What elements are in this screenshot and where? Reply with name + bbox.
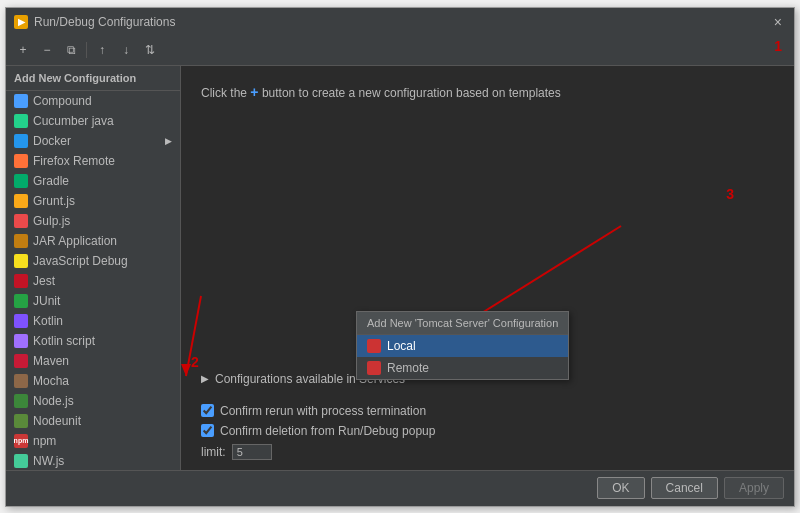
- kotlin-script-icon: [14, 334, 28, 348]
- limit-input[interactable]: [232, 444, 272, 460]
- kotlin-icon: [14, 314, 28, 328]
- list-item-label: JUnit: [33, 294, 172, 308]
- list-item-label: npm: [33, 434, 172, 448]
- list-item-nwjs[interactable]: NW.js: [6, 451, 180, 470]
- list-item-gradle[interactable]: Gradle: [6, 171, 180, 191]
- list-item-label: Jest: [33, 274, 172, 288]
- popup-header: Add New 'Tomcat Server' Configuration: [357, 312, 568, 335]
- list-item-label: Docker: [33, 134, 160, 148]
- toolbar: + − ⧉ ↑ ↓ ⇅ 1: [6, 36, 794, 66]
- jar-icon: [14, 234, 28, 248]
- instruction-text-after: button to create a new configuration bas…: [262, 86, 561, 100]
- list-item-label: Nodeunit: [33, 414, 172, 428]
- annotation-1-label: 1: [774, 38, 782, 54]
- npm-icon: npm: [14, 434, 28, 448]
- list-item-label: Grunt.js: [33, 194, 172, 208]
- js-debug-icon: [14, 254, 28, 268]
- copy-config-button[interactable]: ⧉: [60, 39, 82, 61]
- list-item-label: Compound: [33, 94, 172, 108]
- checkbox1-label: Confirm rerun with process termination: [220, 404, 426, 418]
- rerun-checkbox[interactable]: [201, 404, 214, 417]
- deletion-checkbox[interactable]: [201, 424, 214, 437]
- popup-item-icon: [367, 361, 381, 375]
- panel-header: Add New Configuration: [6, 66, 180, 91]
- list-item-label: JAR Application: [33, 234, 172, 248]
- list-item-docker[interactable]: Docker▶: [6, 131, 180, 151]
- list-item-label: Gulp.js: [33, 214, 172, 228]
- popup-item-label: Local: [387, 339, 416, 353]
- list-item-nodeunit[interactable]: Nodeunit: [6, 411, 180, 431]
- docker-icon: [14, 134, 28, 148]
- cucumber-icon: [14, 114, 28, 128]
- list-item-kotlin-script[interactable]: Kotlin script: [6, 331, 180, 351]
- list-item-junit[interactable]: JUnit: [6, 291, 180, 311]
- title-bar: ▶ Run/Debug Configurations ×: [6, 8, 794, 36]
- dialog-title: Run/Debug Configurations: [34, 15, 175, 29]
- limit-row: limit:: [201, 444, 774, 460]
- apply-button[interactable]: Apply: [724, 477, 784, 499]
- right-panel: Click the + button to create a new confi…: [181, 66, 794, 470]
- ok-button[interactable]: OK: [597, 477, 644, 499]
- list-item-jest[interactable]: Jest: [6, 271, 180, 291]
- title-bar-left: ▶ Run/Debug Configurations: [14, 15, 175, 29]
- grunt-icon: [14, 194, 28, 208]
- list-item-gulpjs[interactable]: Gulp.js: [6, 211, 180, 231]
- list-item-label: Firefox Remote: [33, 154, 172, 168]
- list-item-label: Mocha: [33, 374, 172, 388]
- main-content: Add New Configuration CompoundCucumber j…: [6, 66, 794, 470]
- expand-arrow-icon: ▶: [165, 136, 172, 146]
- dialog-footer: OK Cancel Apply: [6, 470, 794, 506]
- list-item-gruntjs[interactable]: Grunt.js: [6, 191, 180, 211]
- list-item-cucumber-java[interactable]: Cucumber java: [6, 111, 180, 131]
- list-item-compound[interactable]: Compound: [6, 91, 180, 111]
- close-button[interactable]: ×: [770, 14, 786, 30]
- list-item-nodejs[interactable]: Node.js: [6, 391, 180, 411]
- config-list[interactable]: CompoundCucumber javaDocker▶Firefox Remo…: [6, 91, 180, 470]
- list-item-mocha[interactable]: Mocha: [6, 371, 180, 391]
- nodeunit-icon: [14, 414, 28, 428]
- jest-icon: [14, 274, 28, 288]
- limit-label: limit:: [201, 445, 226, 459]
- toolbar-separator: [86, 42, 87, 58]
- cancel-button[interactable]: Cancel: [651, 477, 718, 499]
- list-item-label: Gradle: [33, 174, 172, 188]
- list-item-javascript-debug[interactable]: JavaScript Debug: [6, 251, 180, 271]
- nwjs-icon: [14, 454, 28, 468]
- nodejs-icon: [14, 394, 28, 408]
- popup-item-remote[interactable]: Remote: [357, 357, 568, 379]
- popup-item-icon: [367, 339, 381, 353]
- list-item-kotlin[interactable]: Kotlin: [6, 311, 180, 331]
- compound-icon: [14, 94, 28, 108]
- checkbox-row-1: Confirm rerun with process termination: [201, 404, 774, 418]
- list-item-label: JavaScript Debug: [33, 254, 172, 268]
- list-item-label: Node.js: [33, 394, 172, 408]
- sort-button[interactable]: ⇅: [139, 39, 161, 61]
- popup-item-local[interactable]: Local: [357, 335, 568, 357]
- list-item-jar-application[interactable]: JAR Application: [6, 231, 180, 251]
- list-item-maven[interactable]: Maven: [6, 351, 180, 371]
- right-top-instruction: Click the + button to create a new confi…: [181, 66, 794, 118]
- dialog-icon: ▶: [14, 15, 28, 29]
- list-item-firefox-remote[interactable]: Firefox Remote: [6, 151, 180, 171]
- firefox-icon: [14, 154, 28, 168]
- list-item-npm[interactable]: npmnpm: [6, 431, 180, 451]
- add-config-button[interactable]: +: [12, 39, 34, 61]
- list-item-label: Kotlin script: [33, 334, 172, 348]
- left-panel: Add New Configuration CompoundCucumber j…: [6, 66, 181, 470]
- remove-config-button[interactable]: −: [36, 39, 58, 61]
- gulp-icon: [14, 214, 28, 228]
- plus-icon: +: [250, 84, 258, 100]
- list-item-label: Kotlin: [33, 314, 172, 328]
- junit-icon: [14, 294, 28, 308]
- popup-item-label: Remote: [387, 361, 429, 375]
- checkbox-row-2: Confirm deletion from Run/Debug popup: [201, 424, 774, 438]
- list-item-label: NW.js: [33, 454, 172, 468]
- move-down-button[interactable]: ↓: [115, 39, 137, 61]
- gradle-icon: [14, 174, 28, 188]
- mocha-icon: [14, 374, 28, 388]
- move-up-button[interactable]: ↑: [91, 39, 113, 61]
- list-item-label: Maven: [33, 354, 172, 368]
- run-debug-dialog: ▶ Run/Debug Configurations × + − ⧉ ↑ ↓ ⇅…: [5, 7, 795, 507]
- instruction-text-before: Click the: [201, 86, 250, 100]
- list-item-label: Cucumber java: [33, 114, 172, 128]
